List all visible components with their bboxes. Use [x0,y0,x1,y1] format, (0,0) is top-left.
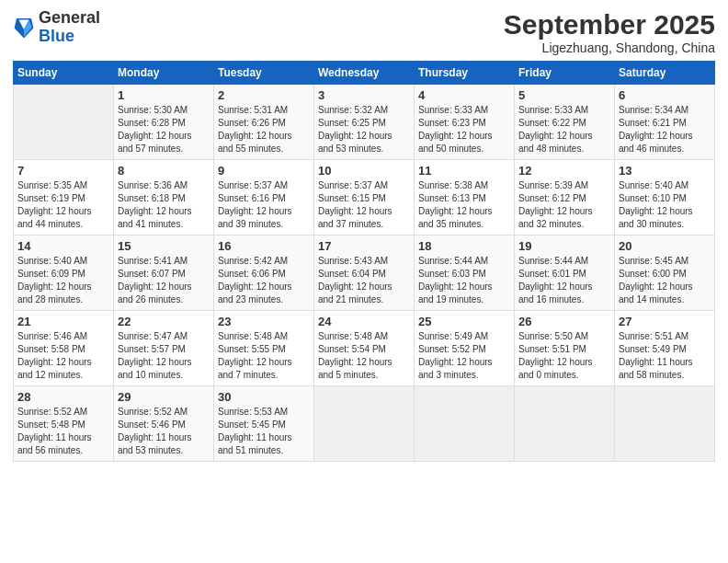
day-info: Sunrise: 5:45 AM Sunset: 6:00 PM Dayligh… [619,255,711,306]
day-info: Sunrise: 5:44 AM Sunset: 6:01 PM Dayligh… [518,255,610,306]
calendar-cell-4-1: 29Sunrise: 5:52 AM Sunset: 5:46 PM Dayli… [114,386,214,462]
day-number: 18 [418,239,510,253]
logo-text: General Blue [39,9,100,46]
day-number: 20 [619,239,711,253]
weekday-header-row: Sunday Monday Tuesday Wednesday Thursday… [14,62,715,85]
calendar-cell-2-2: 16Sunrise: 5:42 AM Sunset: 6:06 PM Dayli… [214,236,314,311]
day-number: 5 [518,88,610,102]
day-info: Sunrise: 5:46 AM Sunset: 5:58 PM Dayligh… [17,330,109,382]
day-number: 11 [418,164,510,178]
day-number: 13 [619,164,711,178]
day-info: Sunrise: 5:42 AM Sunset: 6:06 PM Dayligh… [218,255,310,306]
calendar-cell-2-4: 18Sunrise: 5:44 AM Sunset: 6:03 PM Dayli… [415,236,515,311]
day-number: 30 [218,390,310,404]
logo-blue-text: Blue [39,28,100,46]
day-number: 10 [318,164,410,178]
calendar-cell-1-6: 13Sunrise: 5:40 AM Sunset: 6:10 PM Dayli… [615,160,715,236]
day-info: Sunrise: 5:43 AM Sunset: 6:04 PM Dayligh… [318,255,410,306]
day-number: 15 [118,239,210,253]
calendar-cell-4-3 [314,386,415,462]
calendar-cell-3-5: 26Sunrise: 5:50 AM Sunset: 5:51 PM Dayli… [515,311,615,386]
calendar-cell-0-4: 4Sunrise: 5:33 AM Sunset: 6:23 PM Daylig… [415,85,515,160]
day-number: 26 [518,315,610,328]
day-info: Sunrise: 5:49 AM Sunset: 5:52 PM Dayligh… [418,330,510,382]
calendar-header: Sunday Monday Tuesday Wednesday Thursday… [14,62,715,85]
day-number: 12 [518,164,610,178]
calendar-cell-1-3: 10Sunrise: 5:37 AM Sunset: 6:15 PM Dayli… [314,160,415,236]
week-row-4: 21Sunrise: 5:46 AM Sunset: 5:58 PM Dayli… [14,311,715,386]
calendar-cell-4-4 [415,386,515,462]
day-number: 19 [518,239,610,253]
header-wednesday: Wednesday [314,62,415,85]
calendar-cell-1-1: 8Sunrise: 5:36 AM Sunset: 6:18 PM Daylig… [114,160,214,236]
day-info: Sunrise: 5:37 AM Sunset: 6:16 PM Dayligh… [218,179,310,231]
calendar-cell-0-3: 3Sunrise: 5:32 AM Sunset: 6:25 PM Daylig… [314,85,415,160]
day-number: 21 [17,315,109,328]
day-number: 22 [118,315,210,328]
day-info: Sunrise: 5:40 AM Sunset: 6:10 PM Dayligh… [619,179,711,231]
day-info: Sunrise: 5:52 AM Sunset: 5:46 PM Dayligh… [118,406,210,457]
week-row-1: 1Sunrise: 5:30 AM Sunset: 6:28 PM Daylig… [14,85,715,160]
day-info: Sunrise: 5:44 AM Sunset: 6:03 PM Dayligh… [418,255,510,306]
week-row-2: 7Sunrise: 5:35 AM Sunset: 6:19 PM Daylig… [14,160,715,236]
logo-general: General [39,9,100,28]
day-number: 17 [318,239,410,253]
main-container: General Blue September 2025 Ligezhuang, … [0,0,728,471]
day-number: 23 [218,315,310,328]
calendar-cell-2-0: 14Sunrise: 5:40 AM Sunset: 6:09 PM Dayli… [14,236,114,311]
title-block: September 2025 Ligezhuang, Shandong, Chi… [504,9,715,55]
calendar-cell-2-6: 20Sunrise: 5:45 AM Sunset: 6:00 PM Dayli… [615,236,715,311]
calendar-cell-4-0: 28Sunrise: 5:52 AM Sunset: 5:48 PM Dayli… [14,386,114,462]
day-number: 4 [418,88,510,102]
day-info: Sunrise: 5:30 AM Sunset: 6:28 PM Dayligh… [118,104,210,155]
day-info: Sunrise: 5:41 AM Sunset: 6:07 PM Dayligh… [118,255,210,306]
header-thursday: Thursday [415,62,515,85]
calendar-cell-0-0 [14,85,114,160]
header-row: General Blue September 2025 Ligezhuang, … [13,9,715,55]
day-info: Sunrise: 5:48 AM Sunset: 5:54 PM Dayligh… [318,330,410,382]
day-info: Sunrise: 5:33 AM Sunset: 6:23 PM Dayligh… [418,104,510,155]
day-info: Sunrise: 5:48 AM Sunset: 5:55 PM Dayligh… [218,330,310,382]
calendar-cell-3-3: 24Sunrise: 5:48 AM Sunset: 5:54 PM Dayli… [314,311,415,386]
header-sunday: Sunday [14,62,114,85]
calendar-cell-0-2: 2Sunrise: 5:31 AM Sunset: 6:26 PM Daylig… [214,85,314,160]
calendar-cell-1-4: 11Sunrise: 5:38 AM Sunset: 6:13 PM Dayli… [415,160,515,236]
day-number: 24 [318,315,410,328]
calendar-cell-3-4: 25Sunrise: 5:49 AM Sunset: 5:52 PM Dayli… [415,311,515,386]
calendar-cell-3-0: 21Sunrise: 5:46 AM Sunset: 5:58 PM Dayli… [14,311,114,386]
calendar-cell-2-3: 17Sunrise: 5:43 AM Sunset: 6:04 PM Dayli… [314,236,415,311]
day-number: 7 [17,164,109,178]
calendar-body: 1Sunrise: 5:30 AM Sunset: 6:28 PM Daylig… [14,85,715,462]
calendar-cell-2-1: 15Sunrise: 5:41 AM Sunset: 6:07 PM Dayli… [114,236,214,311]
calendar-cell-2-5: 19Sunrise: 5:44 AM Sunset: 6:01 PM Dayli… [515,236,615,311]
calendar-cell-1-0: 7Sunrise: 5:35 AM Sunset: 6:19 PM Daylig… [14,160,114,236]
day-info: Sunrise: 5:38 AM Sunset: 6:13 PM Dayligh… [418,179,510,231]
day-info: Sunrise: 5:35 AM Sunset: 6:19 PM Dayligh… [17,179,109,231]
calendar-cell-3-6: 27Sunrise: 5:51 AM Sunset: 5:49 PM Dayli… [615,311,715,386]
calendar-cell-1-2: 9Sunrise: 5:37 AM Sunset: 6:16 PM Daylig… [214,160,314,236]
day-info: Sunrise: 5:47 AM Sunset: 5:57 PM Dayligh… [118,330,210,382]
calendar-cell-0-1: 1Sunrise: 5:30 AM Sunset: 6:28 PM Daylig… [114,85,214,160]
logo: General Blue [13,9,100,46]
day-info: Sunrise: 5:40 AM Sunset: 6:09 PM Dayligh… [17,255,109,306]
day-number: 16 [218,239,310,253]
day-info: Sunrise: 5:33 AM Sunset: 6:22 PM Dayligh… [518,104,610,155]
day-number: 28 [17,390,109,404]
calendar-cell-4-6 [615,386,715,462]
day-info: Sunrise: 5:31 AM Sunset: 6:26 PM Dayligh… [218,104,310,155]
day-info: Sunrise: 5:34 AM Sunset: 6:21 PM Dayligh… [619,104,711,155]
week-row-3: 14Sunrise: 5:40 AM Sunset: 6:09 PM Dayli… [14,236,715,311]
day-number: 6 [619,88,711,102]
week-row-5: 28Sunrise: 5:52 AM Sunset: 5:48 PM Dayli… [14,386,715,462]
calendar-table: Sunday Monday Tuesday Wednesday Thursday… [13,61,715,462]
header-tuesday: Tuesday [214,62,314,85]
logo-icon [13,15,35,40]
day-info: Sunrise: 5:53 AM Sunset: 5:45 PM Dayligh… [218,406,310,457]
calendar-cell-3-2: 23Sunrise: 5:48 AM Sunset: 5:55 PM Dayli… [214,311,314,386]
month-title: September 2025 [504,9,715,40]
day-number: 2 [218,88,310,102]
day-number: 25 [418,315,510,328]
day-number: 27 [619,315,711,328]
day-number: 14 [17,239,109,253]
location: Ligezhuang, Shandong, China [504,40,715,55]
